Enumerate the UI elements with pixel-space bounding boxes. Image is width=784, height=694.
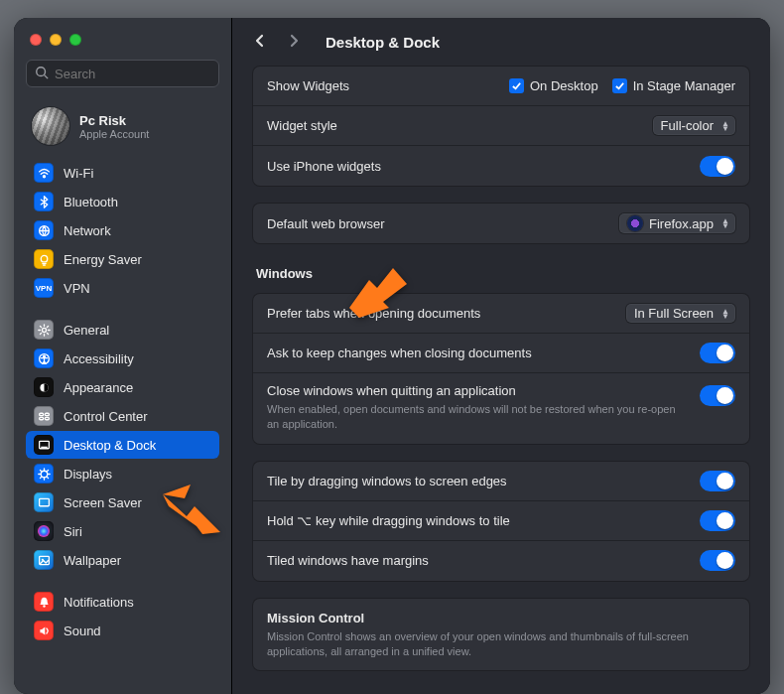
scroll-area[interactable]: Show Widgets On Desktop In Stage Manager — [232, 66, 770, 694]
svg-point-4 — [41, 255, 48, 262]
svg-rect-14 — [41, 446, 48, 447]
widget-style-label: Widget style — [267, 118, 337, 133]
widgets-group: Show Widgets On Desktop In Stage Manager — [252, 66, 750, 187]
widget-style-popup[interactable]: Full-color ▲▼ — [653, 116, 735, 135]
sidebar-item-sound[interactable]: Sound — [26, 617, 219, 644]
zoom-window-button[interactable] — [69, 34, 81, 46]
svg-point-7 — [43, 355, 45, 357]
svg-line-1 — [45, 74, 49, 78]
wall-icon — [34, 550, 54, 570]
sidebar-item-notifications[interactable]: Notifications — [26, 588, 219, 616]
window-controls — [22, 30, 223, 60]
sidebar-item-energy-saver[interactable]: Energy Saver — [26, 245, 219, 273]
search-icon — [35, 66, 55, 82]
on-desktop-label: On Desktop — [530, 78, 598, 93]
mission-control-header: Mission Control Mission Control shows an… — [253, 599, 749, 671]
forward-button[interactable] — [284, 30, 304, 55]
sidebar: Pc Risk Apple Account Wi-FiBluetoothNetw… — [14, 18, 232, 694]
sidebar-item-general[interactable]: General — [26, 316, 219, 344]
svg-rect-9 — [39, 413, 43, 415]
hold-key-row: Hold ⌥ key while dragging windows to til… — [253, 501, 749, 541]
minimize-window-button[interactable] — [50, 34, 62, 46]
sidebar-item-label: Notifications — [64, 595, 134, 610]
windows-group-2: Tile by dragging windows to screen edges… — [252, 461, 750, 582]
margins-toggle[interactable] — [700, 550, 735, 571]
sidebar-item-vpn[interactable]: VPNVPN — [26, 274, 219, 302]
widget-style-row: Widget style Full-color ▲▼ — [253, 106, 749, 146]
sidebar-item-screen-saver[interactable]: Screen Saver — [26, 488, 219, 516]
margins-row: Tiled windows have margins — [253, 541, 749, 581]
sidebar-item-appearance[interactable]: Appearance — [26, 373, 219, 401]
sidebar-item-desktop-dock[interactable]: Desktop & Dock — [26, 431, 219, 459]
in-stage-checkbox[interactable]: In Stage Manager — [612, 78, 735, 93]
chevron-updown-icon: ▲▼ — [719, 309, 731, 319]
account-name: Pc Risk — [79, 113, 149, 128]
tile-edges-row: Tile by dragging windows to screen edges — [253, 462, 749, 501]
windows-group-1: Prefer tabs when opening documents In Fu… — [252, 293, 750, 445]
sidebar-item-control-center[interactable]: Control Center — [26, 402, 219, 430]
chevron-updown-icon: ▲▼ — [719, 121, 731, 131]
bt-icon — [34, 192, 54, 211]
sidebar-item-accessibility[interactable]: Accessibility — [26, 345, 219, 372]
account-row[interactable]: Pc Risk Apple Account — [22, 101, 223, 159]
sidebar-item-label: Sound — [64, 624, 101, 638]
use-iphone-widgets-row: Use iPhone widgets — [253, 146, 749, 186]
search-field[interactable] — [26, 60, 219, 87]
svg-rect-16 — [39, 498, 49, 505]
in-stage-label: In Stage Manager — [633, 78, 735, 93]
globe-icon — [34, 220, 54, 240]
close-windows-toggle[interactable] — [700, 385, 735, 406]
sidebar-item-bluetooth[interactable]: Bluetooth — [26, 188, 219, 215]
windows-section-title: Windows — [252, 260, 750, 287]
sidebar-item-wi-fi[interactable]: Wi-Fi — [26, 159, 219, 187]
sidebar-nav: Wi-FiBluetoothNetworkEnergy SaverVPNVPNG… — [22, 159, 223, 644]
default-browser-popup[interactable]: Firefox.app ▲▼ — [619, 213, 735, 233]
sidebar-item-label: Desktop & Dock — [64, 438, 156, 453]
sidebar-item-displays[interactable]: Displays — [26, 460, 219, 487]
show-widgets-label: Show Widgets — [267, 78, 349, 93]
tile-edges-label: Tile by dragging windows to screen edges — [267, 474, 507, 488]
sidebar-item-label: Bluetooth — [64, 195, 118, 209]
content-pane: Desktop & Dock Show Widgets On Desktop I… — [232, 18, 770, 694]
dock-icon — [34, 435, 54, 455]
search-input[interactable] — [55, 67, 210, 81]
sidebar-item-label: Siri — [64, 524, 82, 539]
wifi-icon — [34, 163, 54, 183]
ask-keep-changes-row: Ask to keep changes when closing documen… — [253, 334, 749, 373]
titlebar: Desktop & Dock — [232, 18, 770, 66]
mission-control-sub: Mission Control shows an overview of you… — [267, 629, 735, 659]
mission-control-group: Mission Control Mission Control shows an… — [252, 598, 750, 672]
account-sub: Apple Account — [79, 128, 149, 140]
sidebar-item-siri[interactable]: Siri — [26, 517, 219, 545]
back-button[interactable] — [250, 30, 270, 55]
sound-icon — [34, 621, 54, 640]
svg-rect-12 — [45, 417, 49, 419]
default-browser-label: Default web browser — [267, 216, 385, 231]
gear-icon — [34, 320, 54, 340]
checkmark-icon — [509, 78, 524, 93]
default-browser-group: Default web browser Firefox.app ▲▼ — [252, 203, 750, 244]
sidebar-item-label: Displays — [64, 467, 112, 482]
sidebar-item-label: Screen Saver — [64, 495, 142, 510]
tile-edges-toggle[interactable] — [700, 471, 735, 491]
bell-icon — [34, 592, 54, 612]
default-browser-value: Firefox.app — [649, 216, 714, 231]
svg-rect-11 — [39, 417, 43, 419]
access-icon — [34, 348, 54, 368]
margins-label: Tiled windows have margins — [267, 553, 429, 568]
on-desktop-checkbox[interactable]: On Desktop — [509, 78, 598, 93]
sidebar-item-wallpaper[interactable]: Wallpaper — [26, 546, 219, 574]
sidebar-item-network[interactable]: Network — [26, 216, 219, 244]
ask-keep-changes-label: Ask to keep changes when closing documen… — [267, 346, 532, 360]
sidebar-item-label: Accessibility — [64, 351, 134, 366]
close-windows-sub: When enabled, open documents and windows… — [267, 402, 686, 432]
svg-rect-10 — [45, 413, 49, 415]
chevron-updown-icon: ▲▼ — [719, 218, 731, 228]
use-iphone-widgets-toggle[interactable] — [700, 156, 735, 177]
ask-keep-changes-toggle[interactable] — [700, 343, 735, 363]
page-title: Desktop & Dock — [326, 34, 440, 51]
hold-key-toggle[interactable] — [700, 510, 735, 531]
appear-icon — [34, 377, 54, 397]
close-window-button[interactable] — [30, 34, 42, 46]
prefer-tabs-popup[interactable]: In Full Screen ▲▼ — [626, 304, 735, 323]
